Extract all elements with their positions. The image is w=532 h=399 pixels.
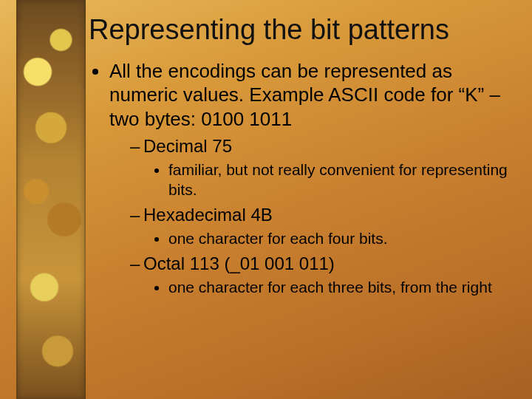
- sub-sub-bullet-list: one character for each three bits, from …: [143, 278, 510, 297]
- sub-bullet-item: Decimal 75 familiar, but not really conv…: [130, 135, 510, 200]
- slide-title: Representing the bit patterns: [89, 15, 510, 46]
- slide: Representing the bit patterns All the en…: [0, 0, 532, 399]
- sub-bullet-item: Hexadecimal 4B one character for each fo…: [130, 204, 510, 248]
- sub-sub-bullet-text: one character for each three bits, from …: [168, 279, 492, 296]
- bullet-item: All the encodings can be represented as …: [109, 59, 510, 298]
- bullet-list: All the encodings can be represented as …: [89, 59, 510, 298]
- sub-bullet-text: Hexadecimal 4B: [143, 205, 273, 225]
- sub-sub-bullet-text: one character for each four bits.: [168, 230, 388, 247]
- bullet-text: All the encodings can be represented as …: [109, 60, 500, 130]
- sub-sub-bullet-list: familiar, but not really convenient for …: [143, 160, 510, 200]
- sub-bullet-list: Decimal 75 familiar, but not really conv…: [109, 135, 510, 297]
- sub-sub-bullet-text: familiar, but not really convenient for …: [168, 161, 508, 197]
- sub-sub-bullet-item: one character for each three bits, from …: [168, 278, 510, 297]
- slide-content: Representing the bit patterns All the en…: [89, 15, 510, 297]
- decorative-sidebar-image: [16, 0, 86, 399]
- sub-sub-bullet-item: one character for each four bits.: [168, 229, 510, 248]
- sub-bullet-item: Octal 113 (_01 001 011) one character fo…: [130, 253, 510, 297]
- sub-bullet-text: Decimal 75: [143, 136, 232, 156]
- sub-bullet-text: Octal 113 (_01 001 011): [143, 253, 335, 273]
- sub-sub-bullet-list: one character for each four bits.: [143, 229, 510, 248]
- sub-sub-bullet-item: familiar, but not really convenient for …: [168, 160, 510, 200]
